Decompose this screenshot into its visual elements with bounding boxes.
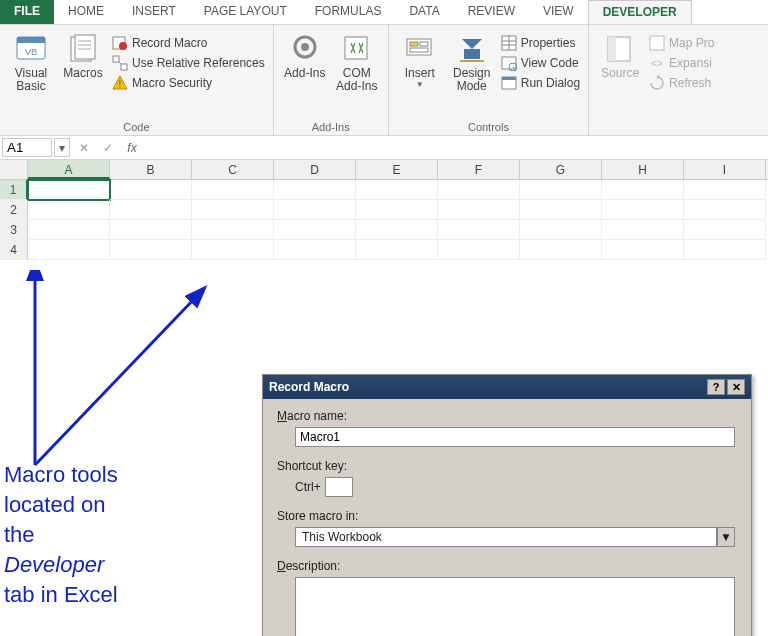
col-head-e[interactable]: E <box>356 160 438 179</box>
cell[interactable] <box>684 240 766 260</box>
tab-page-layout[interactable]: PAGE LAYOUT <box>190 0 301 24</box>
cancel-formula-button[interactable]: ✕ <box>72 136 96 159</box>
cell[interactable] <box>192 200 274 220</box>
row-head-4[interactable]: 4 <box>0 240 28 260</box>
cell[interactable] <box>602 180 684 200</box>
macro-security-label: Macro Security <box>132 76 212 90</box>
row-head-1[interactable]: 1 <box>0 180 28 200</box>
cell[interactable] <box>356 240 438 260</box>
cell[interactable] <box>520 180 602 200</box>
cell[interactable] <box>28 220 110 240</box>
group-xml: Source Map Pro <> Expansi Refresh <box>589 25 722 135</box>
cell[interactable] <box>520 200 602 220</box>
cell[interactable] <box>110 220 192 240</box>
cell[interactable] <box>602 220 684 240</box>
col-head-d[interactable]: D <box>274 160 356 179</box>
run-dialog-label: Run Dialog <box>521 76 580 90</box>
svg-rect-21 <box>410 48 428 52</box>
store-macro-label: Store macro in: <box>277 509 737 523</box>
name-box[interactable] <box>2 138 52 157</box>
map-properties-button[interactable]: Map Pro <box>649 35 714 51</box>
dialog-help-button[interactable]: ? <box>707 379 725 395</box>
dialog-titlebar[interactable]: Record Macro ? ✕ <box>263 375 751 399</box>
tab-review[interactable]: REVIEW <box>454 0 529 24</box>
cell[interactable] <box>274 180 356 200</box>
store-macro-dropdown-button[interactable]: ▼ <box>717 527 735 547</box>
svg-rect-33 <box>502 77 516 80</box>
tab-file[interactable]: FILE <box>0 0 54 24</box>
formula-bar: ▾ ✕ ✓ fx <box>0 136 768 160</box>
expansion-packs-button[interactable]: <> Expansi <box>649 55 714 71</box>
cell-a1[interactable] <box>28 180 110 200</box>
cell[interactable] <box>438 240 520 260</box>
col-head-f[interactable]: F <box>438 160 520 179</box>
col-head-g[interactable]: G <box>520 160 602 179</box>
run-dialog-button[interactable]: Run Dialog <box>501 75 580 91</box>
col-head-c[interactable]: C <box>192 160 274 179</box>
shortcut-key-label: Shortcut key: <box>277 459 737 473</box>
col-head-h[interactable]: H <box>602 160 684 179</box>
cell[interactable] <box>356 180 438 200</box>
tab-view[interactable]: VIEW <box>529 0 588 24</box>
cell[interactable] <box>438 220 520 240</box>
cell[interactable] <box>110 180 192 200</box>
name-box-dropdown[interactable]: ▾ <box>54 138 70 157</box>
refresh-data-button[interactable]: Refresh <box>649 75 714 91</box>
tab-home[interactable]: HOME <box>54 0 118 24</box>
formula-input[interactable] <box>144 136 768 159</box>
cell[interactable] <box>274 240 356 260</box>
row-head-3[interactable]: 3 <box>0 220 28 240</box>
dialog-close-button[interactable]: ✕ <box>727 379 745 395</box>
shortcut-prefix: Ctrl+ <box>295 480 321 494</box>
cell[interactable] <box>684 220 766 240</box>
col-head-i[interactable]: I <box>684 160 766 179</box>
cell[interactable] <box>438 200 520 220</box>
macro-name-input[interactable] <box>295 427 735 447</box>
cell[interactable] <box>28 200 110 220</box>
cell[interactable] <box>28 240 110 260</box>
cell[interactable] <box>192 180 274 200</box>
macros-button[interactable]: Macros <box>60 29 106 119</box>
row-head-2[interactable]: 2 <box>0 200 28 220</box>
description-input[interactable] <box>295 577 735 636</box>
addins-button[interactable]: Add-Ins <box>282 29 328 119</box>
group-code: VB VisualBasic Macros Record Macro Use R… <box>0 25 274 135</box>
select-all-corner[interactable] <box>0 160 28 179</box>
cell[interactable] <box>192 220 274 240</box>
cell[interactable] <box>356 220 438 240</box>
tab-developer[interactable]: DEVELOPER <box>588 0 692 24</box>
cell[interactable] <box>602 200 684 220</box>
record-macro-button[interactable]: Record Macro <box>112 35 265 51</box>
shortcut-key-input[interactable] <box>325 477 353 497</box>
insert-controls-button[interactable]: Insert ▼ <box>397 29 443 119</box>
design-mode-button[interactable]: DesignMode <box>449 29 495 119</box>
use-relative-button[interactable]: Use Relative References <box>112 55 265 71</box>
cell[interactable] <box>438 180 520 200</box>
cell[interactable] <box>602 240 684 260</box>
col-head-a[interactable]: A <box>28 160 110 179</box>
macro-security-button[interactable]: ! Macro Security <box>112 75 265 91</box>
cell[interactable] <box>520 220 602 240</box>
cell[interactable] <box>274 200 356 220</box>
enter-formula-button[interactable]: ✓ <box>96 136 120 159</box>
cell[interactable] <box>274 220 356 240</box>
annotation-text: Macro tools located on the Developer tab… <box>4 460 234 610</box>
visual-basic-button[interactable]: VB VisualBasic <box>8 29 54 119</box>
com-addins-button[interactable]: COMAdd-Ins <box>334 29 380 119</box>
cell[interactable] <box>684 180 766 200</box>
tab-data[interactable]: DATA <box>395 0 453 24</box>
view-code-button[interactable]: View Code <box>501 55 580 71</box>
cell[interactable] <box>356 200 438 220</box>
cell[interactable] <box>110 240 192 260</box>
tab-formulas[interactable]: FORMULAS <box>301 0 396 24</box>
tab-insert[interactable]: INSERT <box>118 0 190 24</box>
col-head-b[interactable]: B <box>110 160 192 179</box>
cell[interactable] <box>192 240 274 260</box>
cell[interactable] <box>520 240 602 260</box>
source-button[interactable]: Source <box>597 29 643 119</box>
store-macro-select[interactable]: This Workbook <box>295 527 717 547</box>
cell[interactable] <box>684 200 766 220</box>
properties-button[interactable]: Properties <box>501 35 580 51</box>
cell[interactable] <box>110 200 192 220</box>
fx-button[interactable]: fx <box>120 136 144 159</box>
